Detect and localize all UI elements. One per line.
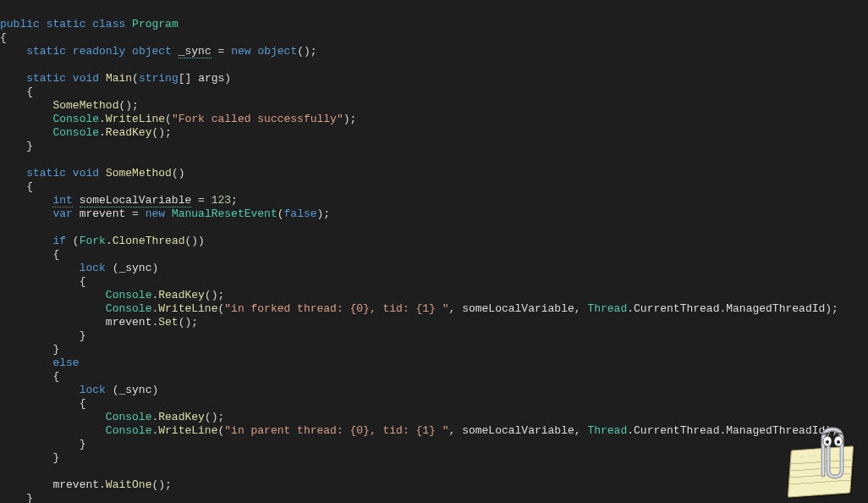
svg-point-2: [826, 440, 829, 444]
code-editor[interactable]: public static class Program { static rea…: [0, 4, 868, 503]
code-text: public static class Program { static rea…: [0, 18, 838, 503]
clippy-assistant-icon[interactable]: [786, 426, 858, 498]
paperclip-icon: [815, 426, 850, 489]
svg-point-3: [837, 440, 840, 444]
